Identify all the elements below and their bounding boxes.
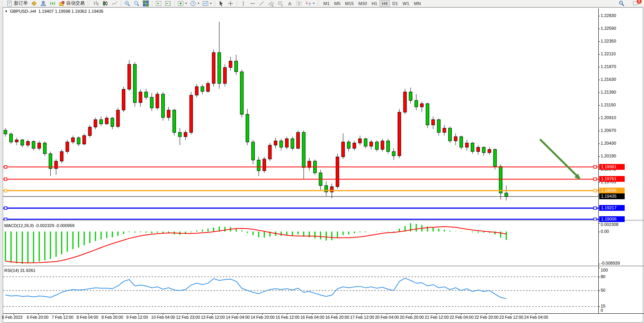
toolbar-grip[interactable] [317, 1, 319, 6]
timeframe-D1[interactable]: D1 [390, 0, 400, 7]
toolbar-separator [121, 1, 121, 6]
zoom-out-button[interactable] [132, 0, 141, 7]
timeframe-H1[interactable]: H1 [369, 0, 380, 7]
person-icon [40, 0, 46, 7]
notification-badge: 1 [637, 0, 642, 4]
new-order-icon [7, 0, 13, 7]
price-axis-line [598, 9, 599, 314]
text-button[interactable]: A [285, 0, 294, 7]
arrows-icon [305, 0, 311, 7]
equidistant-channel-icon: E [268, 0, 274, 7]
line-chart-button[interactable] [110, 0, 119, 7]
candlestick-icon [102, 0, 108, 7]
vertical-line-icon [240, 0, 246, 7]
cursor-icon [218, 0, 224, 7]
svg-text:A: A [288, 1, 291, 6]
timeframe-H4[interactable]: H4 [379, 0, 390, 7]
chevron-down-icon: ▾ [210, 2, 212, 5]
auto-scroll-icon [155, 0, 162, 7]
vertical-line-button[interactable] [239, 0, 248, 7]
timeframe-MN[interactable]: MN [412, 0, 423, 7]
new-order-button[interactable]: 新订单 [5, 0, 29, 7]
toolbar-separator [215, 1, 215, 6]
pane-separator[interactable] [3, 265, 644, 266]
chevron-down-icon: ▾ [198, 2, 199, 5]
pane-separator[interactable] [3, 220, 644, 221]
autotrade-icon [59, 0, 65, 7]
timeframe-group: M1M5M15M30H1H4D1W1MN [321, 0, 423, 7]
fibonacci-icon: F [277, 0, 284, 7]
zoom-out-icon [133, 0, 140, 7]
main-price-chart[interactable] [3, 9, 598, 220]
toolbar-separator [237, 1, 237, 6]
toolbar-separator [174, 1, 174, 6]
clock-icon [190, 0, 196, 7]
search-button[interactable] [617, 0, 626, 7]
tile-windows-button[interactable] [141, 0, 150, 7]
ohlc-bars-icon [93, 0, 99, 7]
horizontal-line-button[interactable] [248, 0, 257, 7]
zoom-in-button[interactable] [123, 0, 132, 7]
text-icon: A [287, 0, 293, 7]
signals-button[interactable] [48, 0, 57, 7]
timeframe-M15[interactable]: M15 [343, 0, 356, 7]
search-icon [618, 0, 625, 7]
timeframe-M5[interactable]: M5 [332, 0, 343, 7]
gold-cube-icon [31, 0, 37, 7]
crosshair-button[interactable] [226, 0, 235, 7]
toolbar-grip[interactable] [1, 1, 3, 6]
toolbar-separator [152, 1, 152, 6]
zoom-in-icon [124, 0, 130, 7]
horizontal-line-icon [249, 0, 256, 7]
indicators-button[interactable]: ▾ [176, 0, 188, 7]
chevron-down-icon: ▾ [313, 2, 314, 5]
autotrade-button[interactable]: 自动交易 [57, 0, 86, 7]
channel-button[interactable]: E [266, 0, 276, 7]
pane-separator[interactable] [3, 220, 644, 220]
svg-text:F: F [282, 5, 283, 7]
crosshair-icon [227, 0, 234, 7]
chart-shift-button[interactable] [163, 0, 173, 7]
text-label-button[interactable]: T [294, 0, 304, 7]
timeframe-W1[interactable]: W1 [400, 0, 412, 7]
svg-text:E: E [272, 4, 273, 7]
history-button[interactable] [29, 0, 39, 7]
svg-text:T: T [298, 2, 301, 5]
broadcast-icon [50, 0, 56, 7]
timeframe-M30[interactable]: M30 [356, 0, 369, 7]
timeframe-M1[interactable]: M1 [321, 0, 332, 7]
tile-windows-icon [143, 0, 149, 7]
macd-pane[interactable] [3, 221, 598, 265]
toolbar-right-group: 1 [617, 0, 639, 7]
trendline-icon [259, 0, 265, 7]
chart-shift-icon [165, 0, 171, 7]
chat-button[interactable]: 1 [632, 0, 639, 7]
new-order-label: 新订单 [14, 0, 28, 7]
trendline-button[interactable] [257, 0, 266, 7]
rsi-pane[interactable] [3, 267, 598, 313]
periods-button[interactable]: ▾ [188, 0, 201, 7]
line-chart-icon [111, 0, 118, 7]
templates-button[interactable]: ▾ [201, 0, 213, 7]
market-watch-button[interactable] [39, 0, 48, 7]
pane-separator[interactable] [3, 266, 644, 267]
arrows-button[interactable]: ▾ [304, 0, 316, 7]
toolbar: 新订单 自动交易 ▾ ▾ [0, 0, 644, 7]
auto-scroll-button[interactable] [154, 0, 163, 7]
fibonacci-button[interactable]: F [276, 0, 285, 7]
mt4-terminal: { "toolbar": { "new_order_label": "新订单",… [0, 0, 644, 323]
autotrade-label: 自动交易 [66, 0, 85, 7]
candlestick-chart-button[interactable] [101, 0, 110, 7]
cursor-button[interactable] [217, 0, 226, 7]
chevron-down-icon: ▾ [185, 2, 187, 5]
template-icon [202, 0, 208, 7]
toolbar-grip[interactable] [87, 1, 89, 6]
bar-chart-button[interactable] [91, 0, 101, 7]
text-label-icon: T [296, 0, 302, 7]
add-indicator-icon [178, 0, 184, 7]
time-axis-line [3, 313, 644, 314]
